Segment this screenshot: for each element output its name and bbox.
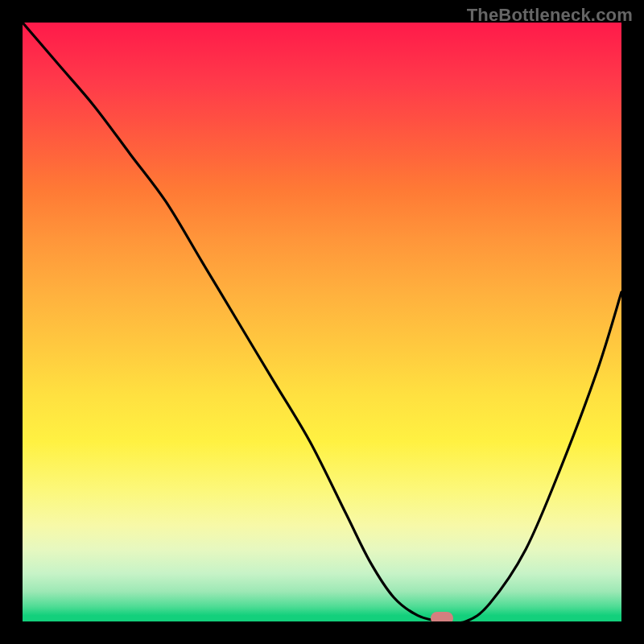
chart-frame: TheBottleneck.com xyxy=(0,0,644,644)
watermark-text: TheBottleneck.com xyxy=(467,5,633,26)
optimal-marker xyxy=(431,612,453,621)
curve-layer xyxy=(23,23,621,621)
bottleneck-curve xyxy=(23,23,621,621)
plot-area xyxy=(23,23,621,621)
